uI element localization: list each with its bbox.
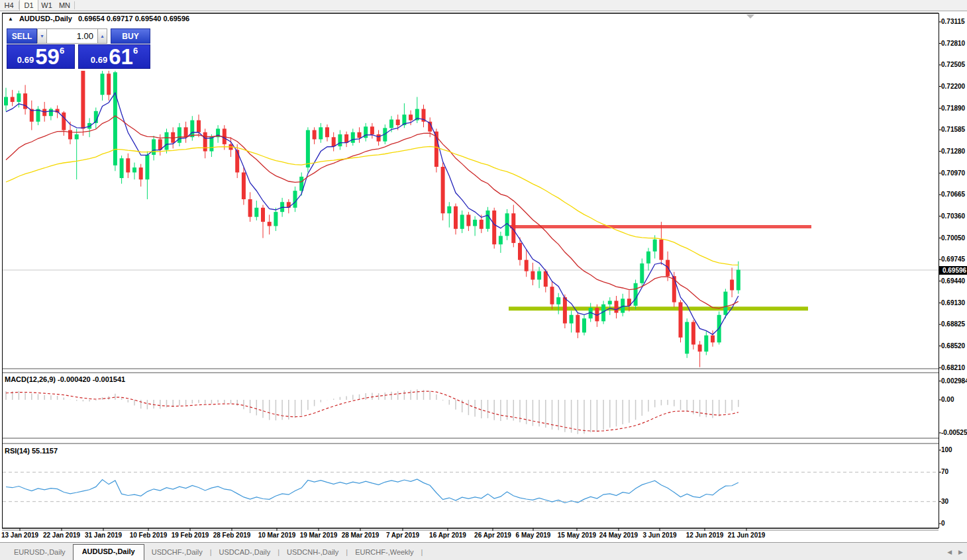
candle-body <box>209 137 213 151</box>
candle-body <box>17 93 21 102</box>
price-axis-label: 0.70360 <box>941 212 965 220</box>
price-axis-label: 0.70970 <box>941 169 965 177</box>
sell-button[interactable]: SELL <box>7 28 37 44</box>
candle-body <box>550 287 554 304</box>
symbol-name: AUDUSD-,Daily <box>19 15 72 23</box>
volume-decrease-button[interactable]: ▼ <box>37 28 47 44</box>
timeframe-button-w1[interactable]: W1 <box>38 0 56 11</box>
chart-tab-bar: EURUSD-,DailyAUDUSD-,DailyUSDCHF-,Daily|… <box>0 542 967 560</box>
chart-tab-audusd-daily[interactable]: AUDUSD-,Daily <box>73 544 144 560</box>
candle-body <box>274 212 278 226</box>
chart-tab-usdcnh-daily[interactable]: USDCNH-,Daily <box>280 545 346 560</box>
price-chart-canvas[interactable] <box>0 0 967 560</box>
candle-body <box>165 132 169 150</box>
price-pane[interactable] <box>3 58 939 367</box>
candle-body <box>120 158 124 178</box>
candle-body <box>4 97 8 105</box>
timeframe-button-d1[interactable]: D1 <box>20 0 38 11</box>
macd-pane[interactable] <box>6 389 738 434</box>
candle-body <box>666 260 670 277</box>
price-axis-label: 0.68520 <box>941 342 965 350</box>
price-axis-label: 0.68825 <box>941 320 965 328</box>
date-axis-label: 3 Jun 2019 <box>642 532 676 539</box>
date-axis-label: 19 Mar 2019 <box>300 532 338 539</box>
candle-body <box>518 243 522 260</box>
panel-collapse-arrow-icon[interactable]: ▲ <box>8 16 13 22</box>
candle-body <box>242 173 246 199</box>
macd-axis-label: 0.00 <box>941 396 954 403</box>
candle-body <box>634 283 638 306</box>
candle-body <box>409 115 413 120</box>
candle-body <box>556 297 560 304</box>
candle-body <box>261 208 265 222</box>
macd-axis-label: 0.002984 <box>941 377 967 385</box>
price-axis-label: 0.72505 <box>941 61 965 68</box>
macd-signal-line <box>6 391 738 431</box>
candle-body <box>101 73 105 95</box>
buy-price-panel[interactable]: 0.69 61 6 <box>78 44 150 69</box>
candle-body <box>268 222 272 226</box>
date-axis-label: 22 Jan 2019 <box>43 532 80 539</box>
candle-body <box>570 315 574 324</box>
candle-body <box>460 214 464 228</box>
candle-body <box>152 139 156 154</box>
volume-input[interactable] <box>47 28 97 44</box>
rsi-axis-label: 100 <box>941 446 952 453</box>
candle-body <box>679 303 683 338</box>
candle-body <box>698 345 702 352</box>
macd-indicator-label: MACD(12,26,9) -0.000420 -0.001541 <box>5 375 125 383</box>
candle-body <box>49 109 53 117</box>
candle-body <box>313 130 317 140</box>
rsi-axis-label: 70 <box>941 468 948 475</box>
candle-body <box>62 113 66 130</box>
candle-body <box>377 134 381 142</box>
tab-separator: | <box>421 548 423 560</box>
candle-body <box>351 132 355 143</box>
candle-body <box>42 109 46 117</box>
chart-window: H4 D1 W1 MN ▲ AUDUSD-,Daily 0.69654 0.69… <box>0 0 967 560</box>
date-axis-label: 13 Jan 2019 <box>1 532 38 539</box>
chart-shift-marker-icon[interactable] <box>746 15 754 19</box>
candle-body <box>68 130 72 140</box>
buy-button[interactable]: BUY <box>111 28 150 44</box>
candle-body <box>184 127 188 137</box>
price-axis-label: 0.72810 <box>941 40 965 47</box>
candle-body <box>576 315 580 333</box>
candle-body <box>235 150 239 172</box>
candle-body <box>293 191 297 208</box>
tabs-scroll-right-icon[interactable]: ▶ <box>958 549 963 555</box>
rsi-pane[interactable] <box>3 472 939 502</box>
candle-body <box>139 167 143 179</box>
buy-price-prefix: 0.69 <box>91 55 107 65</box>
timeframe-button-mn[interactable]: MN <box>56 0 74 11</box>
candle-body <box>653 240 657 252</box>
candle-body <box>358 132 362 138</box>
volume-increase-button[interactable]: ▲ <box>97 28 107 44</box>
date-axis-label: 31 Jan 2019 <box>85 532 122 539</box>
candle-body <box>306 130 310 167</box>
timeframe-button-h4[interactable]: H4 <box>0 0 18 11</box>
candle-body <box>737 270 740 291</box>
ohlc-readout: 0.69654 0.69717 0.69540 0.69596 <box>78 15 189 23</box>
sell-price-panel[interactable]: 0.69 59 6 <box>7 44 75 69</box>
candle-body <box>389 120 393 128</box>
candle-body <box>396 120 400 126</box>
tabs-scroll-left-icon[interactable]: ◀ <box>947 549 952 555</box>
current-price-tag: 0.69596 <box>939 266 967 275</box>
price-axis-label: 0.69130 <box>941 299 965 306</box>
date-axis-label: 19 Feb 2019 <box>172 532 209 539</box>
date-axis-label: 21 Jun 2019 <box>728 532 766 539</box>
candle-body <box>730 279 734 290</box>
candle-body <box>81 66 85 129</box>
date-axis-label: 6 May 2019 <box>516 532 551 539</box>
price-axis-label: 0.68210 <box>941 364 965 371</box>
chart-tab-eurchf-weekly[interactable]: EURCHF-,Weekly <box>348 545 421 560</box>
toolbar-separator <box>19 1 19 9</box>
candle-body <box>723 292 727 315</box>
price-axis-label: 0.71585 <box>941 126 965 133</box>
chart-tab-usdchf-daily[interactable]: USDCHF-,Daily <box>144 545 210 560</box>
date-axis-label: 24 May 2019 <box>599 532 638 539</box>
chart-tab-usdcad-daily[interactable]: USDCAD-,Daily <box>212 545 278 560</box>
chart-tab-eurusd-daily[interactable]: EURUSD-,Daily <box>7 545 73 560</box>
candle-body <box>480 220 484 229</box>
